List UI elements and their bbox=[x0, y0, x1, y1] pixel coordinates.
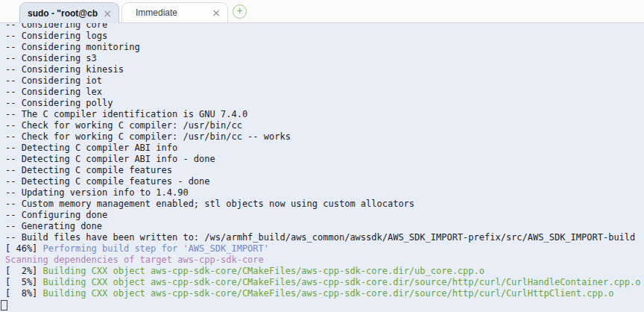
terminal-text-segment: -- Check for working C compiler: /usr/bi… bbox=[5, 120, 242, 131]
terminal-line: -- Check for working C compiler: /usr/bi… bbox=[5, 131, 644, 143]
terminal-text-segment: Performing build step for 'AWS_SDK_IMPOR… bbox=[43, 243, 269, 254]
terminal-text-segment: -- Detecting C compile features bbox=[5, 165, 172, 175]
terminal-text-segment: -- The C compiler identification is GNU … bbox=[5, 109, 247, 119]
terminal-text-segment: -- Detecting C compiler ABI info - done bbox=[5, 154, 215, 164]
terminal-line: [ 2%] Building CXX object aws-cpp-sdk-co… bbox=[5, 266, 644, 277]
terminal-line: -- Build files have been written to: /ws… bbox=[5, 232, 644, 243]
terminal-line: -- Updating version info to 1.4.90 bbox=[5, 187, 644, 199]
terminal-text-segment: Building CXX object aws-cpp-sdk-core/CMa… bbox=[43, 277, 641, 287]
tab-bar: sudo - "root@cb × Immediate × + bbox=[0, 0, 644, 23]
terminal-cursor-line bbox=[5, 299, 644, 311]
terminal-text-segment: -- Custom memory management enabled; stl… bbox=[5, 199, 414, 209]
terminal-output[interactable]: -- Considering core-- Considering logs--… bbox=[0, 23, 644, 312]
tab-terminal-sudo[interactable]: sudo - "root@cb × bbox=[19, 2, 119, 23]
terminal-line: -- Detecting C compiler ABI info bbox=[5, 143, 644, 154]
terminal-text-segment: -- Generating done bbox=[5, 221, 102, 231]
terminal-line: -- Detecting C compile features - done bbox=[5, 176, 644, 187]
terminal-text-segment: -- Updating version info to 1.4.90 bbox=[5, 187, 189, 198]
terminal-text-segment: [ 8%] bbox=[5, 288, 43, 299]
new-tab-button[interactable]: + bbox=[233, 4, 247, 19]
terminal-text-segment: -- Considering kinesis bbox=[5, 64, 124, 75]
terminal-line: -- Custom memory management enabled; stl… bbox=[5, 199, 644, 210]
terminal-text-segment: Scanning dependencies of target aws-cpp-… bbox=[5, 255, 264, 265]
terminal-line: -- Considering kinesis bbox=[5, 64, 644, 75]
terminal-text-segment: -- Considering s3 bbox=[5, 53, 97, 63]
terminal-text-segment: -- Configuring done bbox=[5, 210, 107, 220]
terminal-scrollback: -- Considering core-- Considering logs--… bbox=[0, 23, 644, 311]
terminal-line: -- Considering s3 bbox=[5, 53, 644, 64]
terminal-line: -- Considering iot bbox=[5, 75, 644, 87]
terminal-text-segment: -- Detecting C compile features - done bbox=[5, 176, 210, 187]
terminal-text-segment: -- Considering iot bbox=[5, 75, 102, 86]
terminal-text-segment: [ 2%] bbox=[5, 266, 43, 276]
terminal-text-segment: Building CXX object aws-cpp-sdk-core/CMa… bbox=[43, 266, 484, 276]
terminal-line: -- Configuring done bbox=[5, 210, 644, 221]
tab-immediate[interactable]: Immediate × bbox=[121, 2, 228, 22]
terminal-text-segment: -- Considering lex bbox=[5, 87, 102, 97]
tab-label: Immediate bbox=[136, 7, 207, 18]
close-icon[interactable]: × bbox=[212, 7, 221, 18]
terminal-line: -- Check for working C compiler: /usr/bi… bbox=[5, 120, 644, 131]
terminal-text-segment: -- Build files have been written to: /ws… bbox=[5, 232, 635, 243]
terminal-line: -- Detecting C compile features bbox=[5, 165, 644, 176]
terminal-line: -- Considering core bbox=[5, 23, 644, 31]
close-icon[interactable]: × bbox=[103, 8, 112, 19]
terminal-text-segment: [ 5%] bbox=[5, 277, 43, 287]
terminal-text-segment: [ 46%] bbox=[5, 243, 43, 254]
terminal-line: -- Considering polly bbox=[5, 98, 644, 109]
terminal-text-segment: -- Considering core bbox=[5, 23, 107, 30]
terminal-cursor bbox=[1, 300, 7, 311]
terminal-text-segment: -- Check for working C compiler: /usr/bi… bbox=[5, 131, 291, 142]
terminal-line: [ 5%] Building CXX object aws-cpp-sdk-co… bbox=[5, 277, 644, 288]
terminal-line: Scanning dependencies of target aws-cpp-… bbox=[5, 255, 644, 266]
terminal-line: -- Considering logs bbox=[5, 31, 644, 42]
terminal-line: [ 46%] Performing build step for 'AWS_SD… bbox=[5, 243, 644, 255]
terminal-line: [ 8%] Building CXX object aws-cpp-sdk-co… bbox=[5, 288, 644, 299]
terminal-text-segment: -- Considering monitoring bbox=[5, 42, 140, 52]
terminal-text-segment: -- Detecting C compiler ABI info bbox=[5, 143, 177, 153]
terminal-line: -- Considering monitoring bbox=[5, 42, 644, 53]
tab-label: sudo - "root@cb bbox=[28, 8, 98, 19]
terminal-text-segment: -- Considering polly bbox=[5, 98, 113, 108]
terminal-line: -- The C compiler identification is GNU … bbox=[5, 109, 644, 120]
terminal-line: -- Generating done bbox=[5, 221, 644, 232]
terminal-text-segment: Building CXX object aws-cpp-sdk-core/CMa… bbox=[43, 288, 614, 299]
terminal-text-segment: -- Considering logs bbox=[5, 31, 107, 41]
terminal-line: -- Detecting C compiler ABI info - done bbox=[5, 154, 644, 165]
terminal-line: -- Considering lex bbox=[5, 87, 644, 98]
plus-icon: + bbox=[233, 4, 246, 16]
